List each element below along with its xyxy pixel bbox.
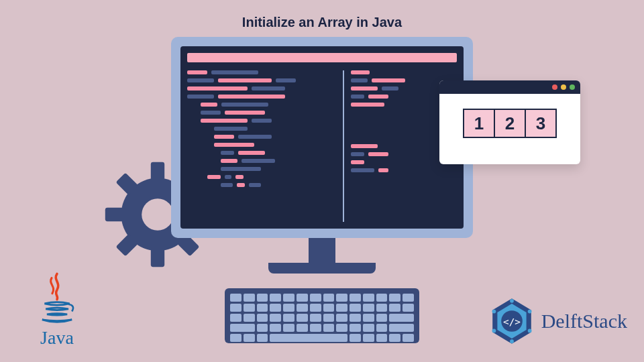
svg-point-19 [492,310,496,314]
array-popup: 1 2 3 [439,80,580,164]
monitor-stand-base [268,263,376,274]
svg-point-9 [142,198,174,231]
window-dot-red [552,84,557,90]
array-cell: 1 [463,109,495,138]
monitor-illustration [171,37,473,238]
svg-point-18 [492,329,496,333]
svg-rect-3 [105,208,123,221]
svg-point-17 [510,339,514,343]
svg-point-14 [510,299,514,303]
svg-text:</>: </> [503,316,521,327]
code-pane-left [187,70,344,222]
screen [180,46,464,229]
window-titlebar [187,53,457,62]
svg-point-16 [527,329,531,333]
delftstack-logo-text: DelftStack [541,310,627,333]
delftstack-icon: </> [488,297,536,345]
array-cell: 2 [494,109,526,138]
array-cell: 3 [525,109,557,138]
svg-rect-1 [151,162,164,180]
svg-point-15 [527,310,531,314]
java-cup-icon [34,271,80,324]
monitor-stand-neck [309,238,335,265]
array-cells: 1 2 3 [439,109,580,138]
page-title: Initialize an Array in Java [0,15,644,30]
java-logo-text: Java [20,327,94,349]
svg-rect-2 [151,249,164,267]
popup-titlebar [439,80,580,94]
window-dot-green [570,84,575,90]
keyboard-illustration [225,288,419,343]
java-logo: Java [20,271,94,349]
delftstack-logo: </> DelftStack [488,297,627,345]
window-dot-yellow [561,84,566,90]
